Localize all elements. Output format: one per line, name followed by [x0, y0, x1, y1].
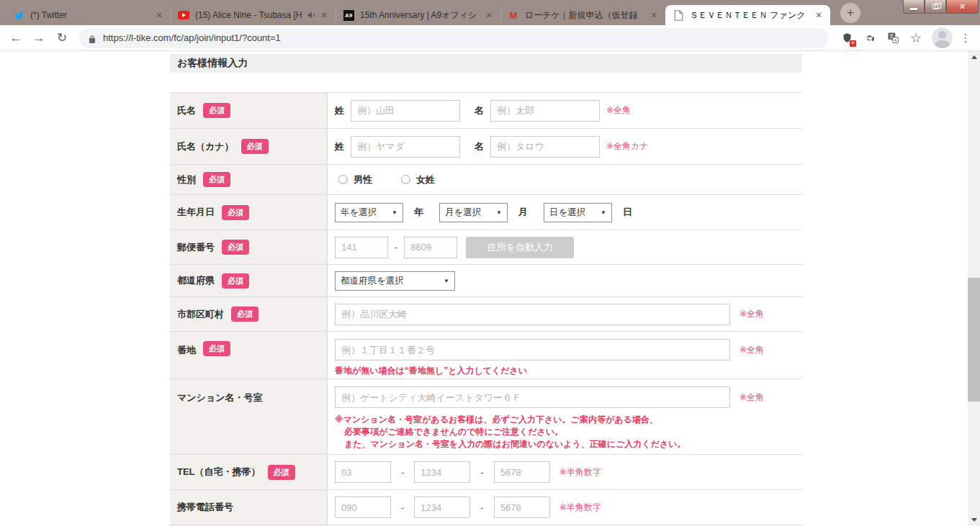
mansion-warning-line3: また、マンション名・号室を入力の際はお間違いのないよう、正確にご入力ください。: [344, 438, 802, 450]
required-badge: 必須: [203, 103, 230, 118]
row-label-cell: TEL（自宅・携帯） 必須: [170, 455, 328, 489]
first-name-kana-input[interactable]: [490, 136, 600, 158]
tel-dash: -: [401, 467, 404, 478]
mansion-input[interactable]: [335, 386, 730, 408]
field-label: マンション名・号室: [177, 391, 263, 404]
bookmark-star-icon[interactable]: ☆: [907, 29, 925, 47]
window-controls: ✕: [903, 0, 979, 14]
gender-female-radio[interactable]: [401, 175, 410, 184]
mansion-warning-line1: ※マンション名・号室があるお客様は、必ずご入力下さい。ご案内等がある場合、: [335, 414, 802, 426]
translate-icon[interactable]: 文A: [884, 29, 902, 47]
row-mansion: マンション名・号室 ※全角 ※マンション名・号室があるお客様は、必ずご入力下さい…: [170, 379, 802, 455]
lock-icon[interactable]: [88, 34, 96, 42]
extension-badge: ✕: [850, 40, 856, 47]
row-label-cell: 都道府県 必須: [170, 265, 328, 296]
note-hankaku: ※半角数字: [559, 502, 601, 514]
tab-a9[interactable]: A9 15th Anniversary | A9オフィシ ✕: [336, 5, 500, 25]
field-label: 番地: [177, 344, 196, 357]
sei-label: 姓: [335, 104, 344, 117]
field-label: 都道府県: [177, 274, 215, 287]
close-window-button[interactable]: ✕: [946, 0, 979, 14]
last-name-input[interactable]: [351, 100, 460, 122]
scrollbar-thumb[interactable]: [968, 278, 980, 402]
reload-button[interactable]: ↻: [52, 28, 72, 48]
form-table: 氏名 必須 姓 名 ※全角 氏名（カナ） 必須: [170, 92, 802, 526]
restore-button[interactable]: [925, 0, 946, 14]
row-label-cell: マンション名・号室: [170, 379, 328, 454]
note-hankaku: ※半角数字: [559, 466, 601, 479]
tab-gmail[interactable]: M ローチケ｜新規申込（仮登録 ✕: [500, 5, 665, 25]
row-city: 市郡区町村 必須 ※全角: [170, 297, 802, 332]
row-label-cell: 氏名（カナ） 必須: [170, 129, 328, 164]
browser-window: (*) Twitter ✕ (15) Alice Nine - Tsubasa …: [0, 0, 980, 526]
forward-button[interactable]: →: [29, 28, 49, 48]
city-input[interactable]: [335, 304, 730, 325]
gender-female-label: 女姓: [416, 173, 435, 186]
tab-title: (*) Twitter: [30, 10, 150, 20]
close-tab-icon[interactable]: ✕: [813, 9, 824, 21]
tab-title: 15th Anniversary | A9オフィシ: [360, 9, 480, 22]
required-badge: 必須: [268, 465, 295, 480]
svg-text:A: A: [894, 38, 896, 42]
mobile-part3-input[interactable]: [494, 496, 550, 518]
field-label: TEL（自宅・携帯）: [177, 466, 261, 479]
day-select[interactable]: 日を選択▼: [544, 203, 612, 222]
tab-twitter[interactable]: (*) Twitter ✕: [6, 5, 171, 25]
prefecture-select[interactable]: 都道府県を選択▼: [335, 271, 455, 291]
close-tab-icon[interactable]: ✕: [318, 9, 330, 21]
mobile-part1-input[interactable]: [335, 496, 391, 518]
vertical-scrollbar[interactable]: [968, 51, 980, 526]
mobile-dash: -: [480, 502, 483, 513]
field-label: 生年月日: [177, 206, 215, 219]
page-icon: [673, 9, 684, 21]
scroll-down-arrow-icon[interactable]: [968, 514, 980, 526]
mansion-warning: ※マンション名・号室があるお客様は、必ずご入力下さい。ご案内等がある場合、 必要…: [335, 414, 802, 450]
close-tab-icon[interactable]: ✕: [153, 9, 165, 21]
note-zenkaku: ※全角: [740, 391, 764, 404]
tab-title: (15) Alice Nine - Tsubasa [H: [195, 10, 304, 20]
close-tab-icon[interactable]: ✕: [483, 9, 495, 21]
tel-part2-input[interactable]: [414, 461, 470, 483]
required-badge: 必須: [231, 307, 259, 322]
required-badge: 必須: [222, 273, 249, 289]
minimize-button[interactable]: [903, 0, 925, 14]
page-viewport: お客様情報入力 氏名 必須 姓 名 ※全角: [0, 51, 980, 526]
field-label: 市郡区町村: [177, 308, 224, 321]
chevron-down-icon: ▼: [601, 209, 606, 216]
mobile-part2-input[interactable]: [414, 496, 470, 518]
back-button[interactable]: ←: [6, 28, 26, 48]
mobile-dash: -: [401, 502, 404, 513]
address-bar[interactable]: https://l-tike.com/fc/ap/join/input1/?co…: [79, 28, 828, 48]
row-label-cell: 郵便番号 必須: [170, 230, 328, 264]
tel-part1-input[interactable]: [335, 461, 391, 483]
key-extension-icon[interactable]: [860, 29, 879, 47]
tab-youtube[interactable]: (15) Alice Nine - Tsubasa [H ✕: [171, 5, 336, 25]
tab-seventeen-active[interactable]: ＳＥＶＥＮＴＥＥＮ ファンク ✕: [665, 5, 830, 25]
year-select[interactable]: 年を選択▼: [335, 203, 403, 222]
new-tab-button[interactable]: +: [840, 3, 860, 23]
tab-title: ＳＥＶＥＮＴＥＥＮ ファンク: [690, 9, 810, 22]
scroll-up-arrow-icon[interactable]: [968, 51, 980, 63]
first-name-input[interactable]: [490, 100, 600, 122]
month-select[interactable]: 月を選択▼: [439, 203, 508, 222]
browser-menu-icon[interactable]: ⋮: [957, 32, 974, 45]
profile-avatar[interactable]: [932, 27, 953, 48]
gender-male-radio[interactable]: [338, 175, 348, 184]
banchi-input[interactable]: [335, 339, 730, 361]
tel-dash: -: [480, 467, 483, 478]
speaker-icon[interactable]: [307, 10, 317, 20]
zip-part2-input[interactable]: [404, 237, 457, 258]
tel-part3-input[interactable]: [494, 461, 550, 483]
required-badge: 必須: [241, 139, 269, 154]
year-suffix: 年: [414, 206, 423, 219]
url-text[interactable]: https://l-tike.com/fc/ap/join/input1/?co…: [103, 32, 281, 43]
auto-address-button[interactable]: 住所を自動入力: [466, 237, 574, 258]
field-label: 性別: [177, 173, 196, 186]
last-name-kana-input[interactable]: [351, 136, 460, 158]
shield-extension-icon[interactable]: ✕: [837, 29, 856, 47]
row-label-cell: 番地 必須: [170, 332, 328, 378]
chevron-down-icon: ▼: [496, 209, 502, 216]
close-tab-icon[interactable]: ✕: [648, 9, 660, 21]
zip-part1-input[interactable]: [335, 237, 388, 258]
row-tel: TEL（自宅・携帯） 必須 - - ※半角数字: [170, 455, 802, 490]
